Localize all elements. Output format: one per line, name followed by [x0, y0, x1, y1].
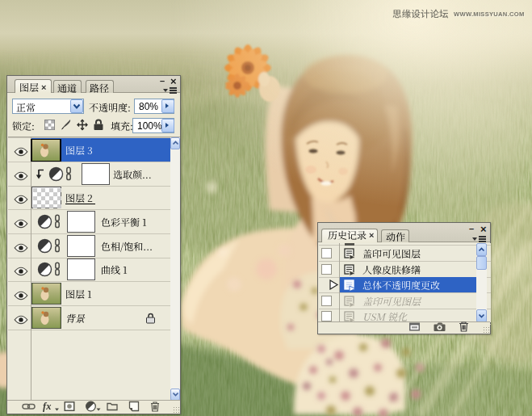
svg-text:fx: fx	[43, 401, 51, 412]
